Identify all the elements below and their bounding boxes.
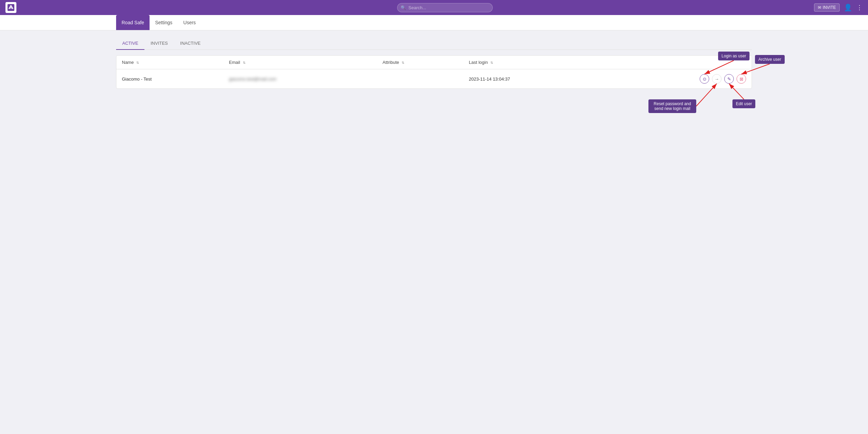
main-content: ACTIVE INVITES INACTIVE Name ⇅ Email ⇅ A… (0, 30, 868, 96)
invite-button[interactable]: ✉ INVITE (814, 3, 840, 12)
sort-lastlogin-icon: ⇅ (490, 61, 493, 65)
users-table-container: Name ⇅ Email ⇅ Attribute ⇅ Last login ⇅ (116, 55, 752, 89)
breadcrumb-item-settings[interactable]: Settings (150, 15, 178, 30)
tooltip-reset-password: Reset password and send new login mail (648, 99, 696, 113)
archive-user-button[interactable]: ⊠ (737, 74, 746, 84)
breadcrumb-item-users[interactable]: Users (178, 15, 201, 30)
tab-active[interactable]: ACTIVE (116, 37, 144, 50)
col-name[interactable]: Name ⇅ (116, 56, 224, 69)
table-header-row: Name ⇅ Email ⇅ Attribute ⇅ Last login ⇅ (116, 56, 752, 69)
user-email: giacomo.test@mail.com (224, 69, 377, 89)
tab-invites[interactable]: INVITES (144, 37, 174, 50)
edit-user-button[interactable]: ✎ (724, 74, 734, 84)
sort-email-icon: ⇅ (243, 61, 246, 65)
breadcrumb: Road Safe Settings Users (116, 15, 752, 30)
user-name: Giacomo - Test (116, 69, 224, 89)
tabs-bar: ACTIVE INVITES INACTIVE (116, 37, 752, 50)
user-last-login: 2023-11-14 13:04:37 (463, 69, 601, 89)
col-attribute[interactable]: Attribute ⇅ (377, 56, 463, 69)
reset-password-button[interactable]: → (712, 74, 722, 84)
tab-inactive[interactable]: INACTIVE (174, 37, 207, 50)
app-logo (5, 2, 16, 13)
tooltip-edit-user: Edit user (732, 99, 755, 108)
col-email[interactable]: Email ⇅ (224, 56, 377, 69)
menu-dots-icon[interactable]: ⋮ (856, 4, 863, 11)
sort-name-icon: ⇅ (136, 61, 139, 65)
breadcrumb-item-roadsafe[interactable]: Road Safe (116, 15, 150, 30)
sort-attribute-icon: ⇅ (402, 61, 404, 65)
col-lastlogin[interactable]: Last login ⇅ (463, 56, 601, 69)
search-container: 🔍 (397, 3, 493, 12)
user-attribute (377, 69, 463, 89)
table-row: Giacomo - Test giacomo.test@mail.com 202… (116, 69, 752, 89)
users-table: Name ⇅ Email ⇅ Attribute ⇅ Last login ⇅ (116, 56, 752, 88)
breadcrumb-bar: Road Safe Settings Users (0, 15, 868, 30)
search-icon: 🔍 (401, 5, 406, 10)
navbar-right: ✉ INVITE 👤 ⋮ (814, 3, 863, 12)
navbar: 🔍 ✉ INVITE 👤 ⋮ (0, 0, 868, 15)
user-account-icon[interactable]: 👤 (844, 3, 852, 12)
search-input[interactable] (397, 3, 493, 12)
user-actions: ⊙ → ✎ ⊠ (601, 69, 752, 89)
col-actions (601, 56, 752, 69)
invite-icon: ✉ (818, 5, 821, 10)
action-icons-group: ⊙ → ✎ ⊠ (606, 74, 746, 84)
login-as-user-button[interactable]: ⊙ (700, 74, 709, 84)
